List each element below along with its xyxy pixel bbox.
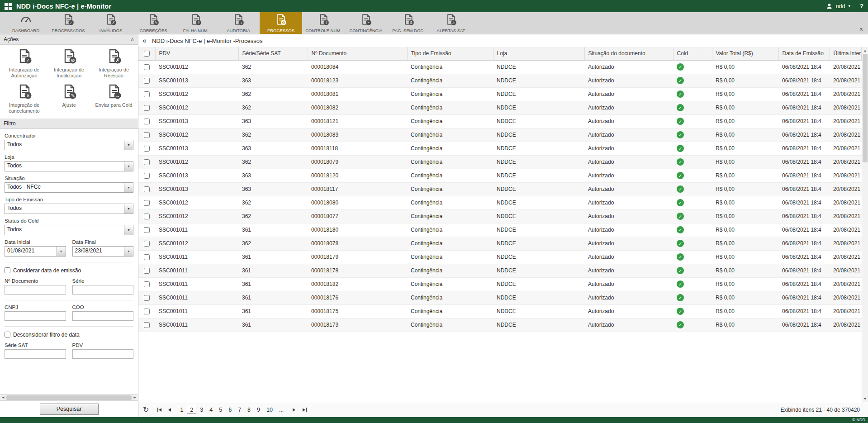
page-3[interactable]: 3 [197, 406, 206, 414]
row-checkbox[interactable] [144, 268, 150, 274]
situacao-select[interactable]: Todos - NFCe ▾ [5, 182, 133, 193]
row-checkbox[interactable] [144, 105, 150, 111]
collapse-sidebar-icon[interactable]: « [142, 37, 147, 44]
previous-page-button[interactable] [165, 405, 174, 414]
page-4[interactable]: 4 [207, 406, 215, 414]
column-header-serie-serie-sat[interactable]: Série/Série SAT [238, 47, 308, 60]
row-checkbox[interactable] [144, 173, 150, 179]
first-page-button[interactable] [155, 405, 164, 414]
page-8[interactable]: 8 [245, 406, 253, 414]
page-5[interactable]: 5 [216, 406, 225, 414]
action-enviar-para-cold[interactable]: →Enviar para Cold [91, 84, 136, 108]
chevron-down-icon[interactable]: ▾ [124, 204, 133, 214]
table-row[interactable]: SSC001012362000018084ContingênciaNDDCEAu… [138, 60, 862, 74]
table-row[interactable]: SSC001012362000018077ContingênciaNDDCEAu… [138, 209, 862, 223]
table-row[interactable]: SSC001011361000018180ContingênciaNDDCEAu… [138, 223, 862, 237]
chevron-down-icon[interactable]: ▾ [124, 140, 133, 150]
column-header-pdv[interactable]: PDV [155, 47, 238, 60]
column-header-ultima-interacao[interactable]: Última interação [830, 47, 862, 60]
page-1[interactable]: 1 [177, 406, 186, 414]
pesquisar-button[interactable]: Pesquisar [40, 404, 99, 415]
toolbar-item-invalidos[interactable]: ✗INVÁLIDOS [90, 12, 132, 34]
serie-sat-input[interactable] [5, 349, 66, 359]
table-row[interactable]: SSC001013363000018117ContingênciaNDDCEAu… [138, 182, 862, 196]
scroll-down-icon[interactable]: ▼ [862, 395, 868, 402]
page-9[interactable]: 9 [254, 406, 263, 414]
row-checkbox[interactable] [144, 214, 150, 219]
toolbar-item-contingencia[interactable]: ~CONTINGÊNCIA [345, 12, 387, 34]
tipo-emissao-select[interactable]: Todos ▾ [5, 204, 133, 214]
toolbar-item-falha-num[interactable]: #FALHA NUM. [175, 12, 217, 34]
table-row[interactable]: SSC001012362000018081ContingênciaNDDCEAu… [138, 87, 862, 101]
row-checkbox[interactable] [144, 322, 150, 328]
table-row[interactable]: SSC001012362000018083ContingênciaNDDCEAu… [138, 128, 862, 142]
table-row[interactable]: SSC001013363000018123ContingênciaNDDCEAu… [138, 74, 862, 87]
row-checkbox[interactable] [144, 64, 150, 70]
toolbar-item-auditoria[interactable]: iAUDITORIA [217, 12, 260, 34]
chevron-down-icon[interactable]: ▾ [57, 247, 66, 256]
column-header-cold[interactable]: Cold [673, 47, 712, 60]
page-more[interactable]: ... [276, 406, 286, 414]
row-checkbox[interactable] [144, 309, 150, 314]
cnpj-input[interactable] [5, 311, 66, 321]
scroll-up-icon[interactable]: ▲ [862, 47, 868, 53]
toolbar-item-controle-num[interactable]: !CONTROLE NUM. [302, 12, 345, 34]
row-checkbox[interactable] [144, 254, 150, 260]
action-integracao-de-rejeicao[interactable]: ✗Integração de Rejeição [91, 48, 136, 78]
row-checkbox[interactable] [144, 200, 150, 206]
table-row[interactable]: SSC001011361000018176ContingênciaNDDCEAu… [138, 291, 862, 304]
toolbar-item-correcoes[interactable]: ✎CORREÇÕES [132, 12, 175, 34]
chevron-down-icon[interactable]: ▾ [124, 225, 133, 235]
row-checkbox[interactable] [144, 227, 150, 233]
table-row[interactable]: SSC001011361000018179ContingênciaNDDCEAu… [138, 250, 862, 264]
concentrador-select[interactable]: Todos ▾ [5, 140, 133, 150]
page-2[interactable]: 2 [187, 406, 196, 414]
table-row[interactable]: SSC001012362000018078ContingênciaNDDCEAu… [138, 237, 862, 250]
table-row[interactable]: SSC001011361000018173ContingênciaNDDCEAu… [138, 318, 862, 332]
column-header-data-de-emissao[interactable]: Data de Emissão [778, 47, 830, 60]
status-cold-select[interactable]: Todos ▾ [5, 225, 133, 235]
table-row[interactable]: SSC001012362000018082ContingênciaNDDCEAu… [138, 101, 862, 114]
table-row[interactable]: SSC001013363000018121ContingênciaNDDCEAu… [138, 114, 862, 128]
row-checkbox[interactable] [144, 186, 150, 192]
num-documento-input[interactable] [5, 285, 66, 295]
desconsiderar-data-checkbox[interactable] [5, 332, 10, 337]
chevron-down-icon[interactable]: ▾ [124, 162, 133, 171]
row-checkbox[interactable] [144, 295, 150, 301]
page-10[interactable]: 10 [264, 406, 275, 414]
collapse-actions-icon[interactable]: « [130, 38, 136, 41]
table-vertical-scrollbar[interactable]: ▲ ▼ [862, 47, 868, 402]
table-row[interactable]: SSC001011361000018182ContingênciaNDDCEAu… [138, 277, 862, 291]
coo-input[interactable] [72, 311, 134, 321]
serie-input[interactable] [72, 285, 134, 295]
select-all-checkbox[interactable] [144, 51, 150, 57]
row-checkbox[interactable] [144, 132, 150, 138]
toolbar-item-processos[interactable]: ⚙PROCESSOS [260, 12, 302, 34]
action-integracao-de-inutilizacao[interactable]: ⊘Integração de Inutilização [47, 48, 91, 78]
loja-select[interactable]: Todos ▾ [5, 161, 133, 171]
column-header-tipo-de-emissao[interactable]: Tipo de Emissão [407, 47, 493, 60]
action-integracao-de-cancelamento[interactable]: ×Integração de cancelamento [2, 84, 47, 114]
page-7[interactable]: 7 [235, 406, 244, 414]
table-row[interactable]: SSC001013363000018118ContingênciaNDDCEAu… [138, 142, 862, 155]
chevron-down-icon[interactable]: ▾ [124, 247, 133, 256]
table-row[interactable]: SSC001012362000018080ContingênciaNDDCEAu… [138, 196, 862, 209]
column-header-n-documento[interactable]: Nº Documento [308, 47, 407, 60]
column-header-loja[interactable]: Loja [493, 47, 584, 60]
action-integracao-de-autorizacao[interactable]: ✓Integração de Autorização [2, 48, 47, 78]
next-page-button[interactable] [289, 405, 299, 414]
data-final-picker[interactable]: 23/08/2021 ▾ [72, 246, 134, 257]
row-checkbox[interactable] [144, 159, 150, 165]
action-ajuste[interactable]: ✎Ajuste [47, 84, 91, 108]
data-inicial-picker[interactable]: 01/08/2021 ▾ [5, 246, 66, 257]
column-header-valor-total-r[interactable]: Valor Total (R$) [712, 47, 778, 60]
refresh-icon[interactable]: ↻ [143, 406, 149, 413]
row-checkbox[interactable] [144, 91, 150, 97]
row-checkbox[interactable] [144, 119, 150, 124]
chevron-down-icon[interactable]: ▾ [849, 4, 851, 8]
scroll-right-icon[interactable]: ► [132, 396, 138, 399]
scrollbar-thumb[interactable] [6, 395, 132, 400]
table-row[interactable]: SSC001012362000018079ContingênciaNDDCEAu… [138, 155, 862, 169]
table-row[interactable]: SSC001011361000018175ContingênciaNDDCEAu… [138, 304, 862, 318]
page-6[interactable]: 6 [226, 406, 234, 414]
